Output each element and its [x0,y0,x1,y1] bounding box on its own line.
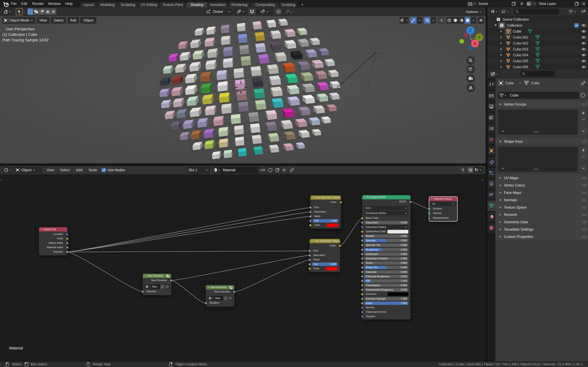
svg-text:X: X [474,41,476,46]
svg-text:Y: Y [478,35,481,40]
svg-text:Z: Z [469,28,472,33]
